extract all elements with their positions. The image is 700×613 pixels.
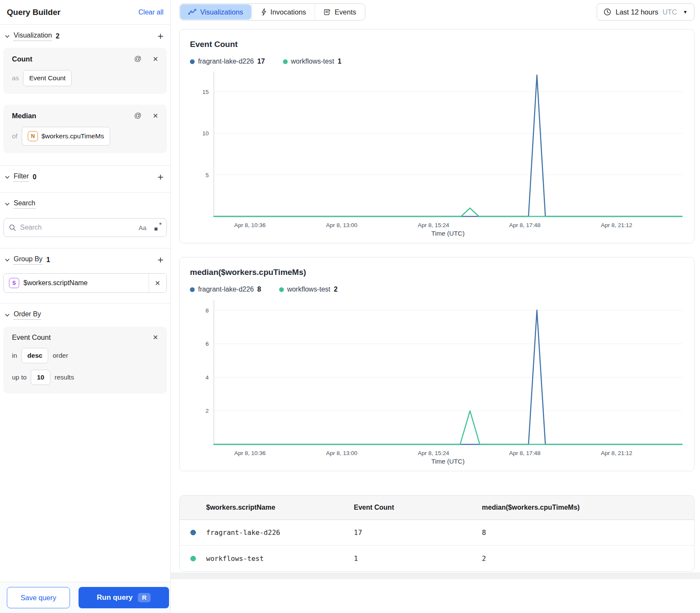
- chevron-down-icon[interactable]: [4, 201, 10, 207]
- add-group-by-button[interactable]: +: [158, 256, 163, 264]
- sidebar-body: Visualization 2 + Count @ ✕ as Event Cou…: [0, 25, 170, 582]
- at-icon[interactable]: @: [134, 55, 141, 63]
- string-type-icon: S: [9, 278, 19, 288]
- view-tabs: Visualizations Invocations Events: [179, 3, 365, 20]
- upto-label: up to: [12, 374, 26, 381]
- in-label: in: [12, 352, 17, 359]
- main-panel: Visualizations Invocations Events: [171, 0, 700, 613]
- run-query-label: Run query: [97, 593, 133, 602]
- median-card-title: Median: [12, 112, 134, 120]
- add-filter-button[interactable]: +: [158, 173, 163, 181]
- series-dot: [190, 287, 195, 292]
- count-alias-field[interactable]: Event Count: [23, 70, 71, 86]
- group-by-field[interactable]: S $workers.scriptName ✕: [3, 273, 167, 293]
- tab-invocations[interactable]: Invocations: [252, 4, 315, 20]
- chart-legend: fragrant-lake-d226 17 workflows-test 1: [190, 58, 684, 65]
- svg-text:Apr 8, 13:00: Apr 8, 13:00: [326, 450, 358, 456]
- legend-series-value: 1: [338, 58, 341, 65]
- chevron-down-icon[interactable]: [4, 174, 10, 180]
- search-field: Aa *: [3, 218, 167, 237]
- lightning-icon: [261, 8, 267, 16]
- remove-count-icon[interactable]: ✕: [153, 55, 158, 63]
- event-count-cell: 1: [354, 555, 482, 563]
- tab-visualizations[interactable]: Visualizations: [180, 4, 251, 20]
- series-dot: [190, 59, 195, 64]
- chart-title: median($workers.cpuTimeMs): [190, 268, 684, 277]
- results-label: results: [55, 374, 74, 381]
- svg-text:5: 5: [205, 172, 209, 178]
- remove-order-by-icon[interactable]: ✕: [153, 333, 158, 342]
- svg-text:Time (UTC): Time (UTC): [432, 458, 465, 465]
- time-range-label: Last 12 hours: [615, 8, 658, 16]
- svg-text:Apr 8, 21:12: Apr 8, 21:12: [601, 222, 633, 228]
- search-input[interactable]: [20, 224, 135, 231]
- limit-input[interactable]: 10: [31, 370, 50, 385]
- script-name-cell: workflows-test: [206, 555, 354, 563]
- chart-title: Event Count: [190, 40, 684, 49]
- median-field-value: $workers.cpuTimeMs: [41, 132, 104, 140]
- group-by-count: 1: [47, 256, 50, 264]
- event-count-chart[interactable]: 51015Apr 8, 10:36Apr 8, 13:00Apr 8, 15:2…: [190, 68, 684, 239]
- page-bottom-strip: [171, 572, 700, 579]
- add-visualization-button[interactable]: +: [158, 32, 163, 40]
- clock-icon: [604, 8, 611, 16]
- event-count-chart-card: Event Count fragrant-lake-d226 17 workfl…: [179, 29, 694, 243]
- regex-icon[interactable]: *: [155, 224, 161, 231]
- at-icon[interactable]: @: [134, 111, 141, 120]
- section-filter: Filter 0 +: [0, 166, 170, 186]
- median-chart[interactable]: 2468Apr 8, 10:36Apr 8, 13:00Apr 8, 15:24…: [190, 296, 684, 467]
- caret-down-icon: ▼: [683, 9, 688, 15]
- event-count-cell: 17: [354, 528, 482, 537]
- legend-series-name: fragrant-lake-d226: [198, 286, 254, 293]
- count-visualization-card: Count @ ✕ as Event Count: [3, 48, 167, 94]
- table-row[interactable]: fragrant-lake-d226 17 8: [180, 520, 694, 546]
- match-case-icon[interactable]: Aa: [139, 224, 146, 231]
- sidebar-actions: Save query Run query R: [0, 582, 170, 613]
- svg-text:8: 8: [205, 307, 209, 314]
- group-by-label: Group By: [14, 255, 43, 265]
- median-field-selector[interactable]: N $workers.cpuTimeMs: [22, 127, 110, 146]
- legend-item[interactable]: fragrant-lake-d226 17: [190, 58, 265, 65]
- svg-text:Apr 8, 13:00: Apr 8, 13:00: [326, 222, 358, 228]
- svg-text:Apr 8, 21:12: Apr 8, 21:12: [601, 450, 633, 456]
- time-range-dropdown[interactable]: Last 12 hours UTC ▼: [597, 3, 694, 20]
- chevron-down-icon[interactable]: [4, 312, 10, 318]
- legend-series-value: 8: [257, 286, 261, 293]
- median-cell: 8: [482, 528, 694, 537]
- table-row[interactable]: workflows-test 1 2: [180, 546, 694, 571]
- as-label: as: [12, 74, 19, 82]
- tab-events[interactable]: Events: [315, 4, 365, 20]
- number-type-icon: N: [28, 131, 38, 141]
- svg-text:4: 4: [205, 374, 209, 381]
- legend-series-name: workflows-test: [287, 286, 330, 293]
- svg-text:Apr 8, 10:36: Apr 8, 10:36: [234, 222, 266, 228]
- order-by-label: Order By: [14, 310, 41, 320]
- save-query-button[interactable]: Save query: [7, 587, 70, 608]
- order-direction-select[interactable]: desc: [21, 348, 48, 363]
- section-order-by: Order By: [0, 304, 170, 324]
- timezone-label: UTC: [662, 8, 677, 16]
- median-chart-card: median($workers.cpuTimeMs) fragrant-lake…: [179, 257, 694, 471]
- section-search: Search: [0, 193, 170, 213]
- tab-events-label: Events: [335, 8, 356, 16]
- legend-item[interactable]: workflows-test 1: [283, 58, 341, 65]
- chevron-down-icon[interactable]: [4, 257, 10, 263]
- run-query-button[interactable]: Run query R: [79, 587, 169, 608]
- page-title: Query Builder: [7, 8, 61, 17]
- legend-item[interactable]: fragrant-lake-d226 8: [190, 286, 261, 293]
- remove-median-icon[interactable]: ✕: [153, 112, 158, 120]
- legend-series-name: workflows-test: [291, 58, 334, 65]
- legend-item[interactable]: workflows-test 2: [279, 286, 338, 293]
- count-alias-value: Event Count: [29, 74, 65, 82]
- legend-series-value: 2: [334, 286, 338, 293]
- remove-group-by-icon[interactable]: ✕: [155, 279, 160, 287]
- order-by-field: Event Count: [12, 333, 153, 342]
- order-label: order: [52, 352, 68, 359]
- results-table: $workers.scriptName Event Count median($…: [179, 495, 694, 572]
- order-by-card: Event Count ✕ in desc order up to 10 res…: [3, 327, 167, 394]
- sidebar-header: Query Builder Clear all: [0, 0, 170, 25]
- clear-all-link[interactable]: Clear all: [138, 9, 163, 16]
- chevron-down-icon[interactable]: [4, 33, 10, 39]
- svg-text:Apr 8, 15:24: Apr 8, 15:24: [418, 450, 449, 456]
- median-cell: 2: [482, 555, 694, 563]
